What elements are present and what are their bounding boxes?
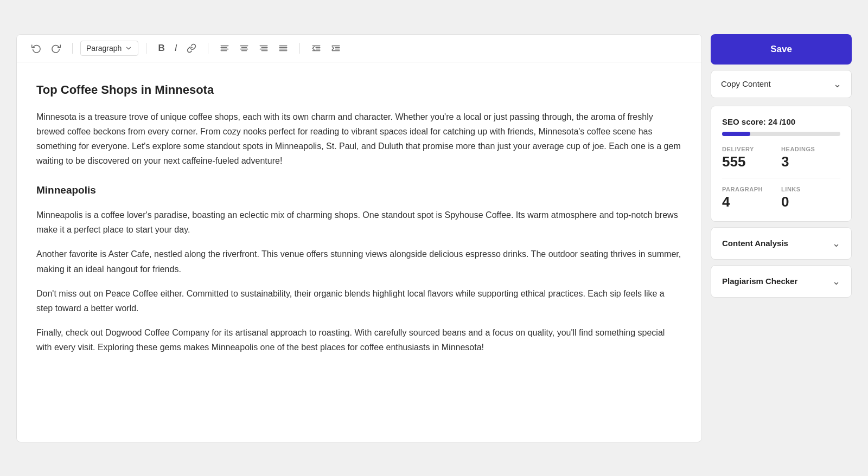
links-value: 0 xyxy=(781,194,840,210)
article-heading2: Minneapolis xyxy=(36,182,682,199)
article-paragraph2: Minneapolis is a coffee lover's paradise… xyxy=(36,208,682,237)
toolbar-divider-1 xyxy=(72,43,73,54)
article-paragraph3: Another favorite is Aster Cafe, nestled … xyxy=(36,247,682,276)
delivery-value: 555 xyxy=(722,153,781,170)
article-paragraph1: Minnesota is a treasure trove of unique … xyxy=(36,110,682,169)
toolbar-divider-3 xyxy=(208,43,208,54)
stat-headings: HEADINGS 3 xyxy=(781,146,840,170)
align-left-button[interactable] xyxy=(216,41,233,56)
content-analysis-label: Content Analysis xyxy=(722,239,788,248)
alignment-group xyxy=(216,41,292,56)
editor-panel: Paragraph B I xyxy=(16,34,702,442)
stat-paragraph: PARAGRAPH 4 xyxy=(722,186,781,210)
indent-decrease-button[interactable] xyxy=(308,41,325,56)
toolbar: Paragraph B I xyxy=(17,35,701,62)
headings-label: HEADINGS xyxy=(781,146,840,152)
seo-score-value: 24 xyxy=(768,117,777,126)
stats-grid: DELIVERY 555 HEADINGS 3 PARAGRAPH 4 LINK… xyxy=(722,146,840,210)
editor-content[interactable]: Top Coffee Shops in Minnesota Minnesota … xyxy=(17,62,701,442)
indent-increase-button[interactable] xyxy=(327,41,344,56)
seo-progress-fill xyxy=(722,132,750,136)
delivery-label: DELIVERY xyxy=(722,146,781,152)
undo-redo-group xyxy=(28,41,65,56)
content-analysis-chevron-icon: ⌄ xyxy=(832,237,840,249)
article-paragraph5: Finally, check out Dogwood Coffee Compan… xyxy=(36,325,682,355)
stat-links: LINKS 0 xyxy=(781,186,840,210)
link-button[interactable] xyxy=(183,41,200,56)
paragraph-label: PARAGRAPH xyxy=(722,186,781,192)
stat-delivery: DELIVERY 555 xyxy=(722,146,781,170)
app-container: Paragraph B I xyxy=(16,34,852,442)
bold-button[interactable]: B xyxy=(154,40,168,56)
save-button[interactable]: Save xyxy=(711,34,852,65)
format-group: B I xyxy=(154,40,200,56)
indent-group xyxy=(308,41,344,56)
stats-divider xyxy=(722,178,840,178)
seo-score-label: SEO score: 24 /100 xyxy=(722,117,840,126)
paragraph-style-label: Paragraph xyxy=(86,44,122,53)
seo-score-max: /100 xyxy=(780,117,795,126)
toolbar-divider-2 xyxy=(146,43,146,54)
copy-content-chevron-icon: ⌄ xyxy=(833,78,841,90)
redo-button[interactable] xyxy=(47,41,65,56)
headings-value: 3 xyxy=(781,153,840,170)
align-center-button[interactable] xyxy=(235,41,253,56)
align-right-button[interactable] xyxy=(255,41,272,56)
paragraph-value: 4 xyxy=(722,194,781,210)
plagiarism-checker-panel[interactable]: Plagiarism Checker ⌄ xyxy=(711,265,852,298)
article-heading1: Top Coffee Shops in Minnesota xyxy=(36,80,682,100)
seo-progress-track xyxy=(722,132,840,136)
sidebar: Save Copy Content ⌄ SEO score: 24 /100 D… xyxy=(711,34,852,303)
paragraph-style-select[interactable]: Paragraph xyxy=(80,41,138,56)
seo-panel: SEO score: 24 /100 DELIVERY 555 HEADINGS… xyxy=(711,106,852,222)
plagiarism-checker-chevron-icon: ⌄ xyxy=(832,275,840,287)
copy-content-button[interactable]: Copy Content ⌄ xyxy=(711,70,852,98)
align-justify-button[interactable] xyxy=(275,41,292,56)
links-label: LINKS xyxy=(781,186,840,192)
italic-button[interactable]: I xyxy=(171,40,181,56)
article-paragraph4: Don't miss out on Peace Coffee either. C… xyxy=(36,286,682,316)
undo-button[interactable] xyxy=(28,41,45,56)
copy-content-label: Copy Content xyxy=(721,79,771,88)
plagiarism-checker-label: Plagiarism Checker xyxy=(722,276,797,286)
content-analysis-panel[interactable]: Content Analysis ⌄ xyxy=(711,227,852,260)
toolbar-divider-4 xyxy=(299,43,300,54)
